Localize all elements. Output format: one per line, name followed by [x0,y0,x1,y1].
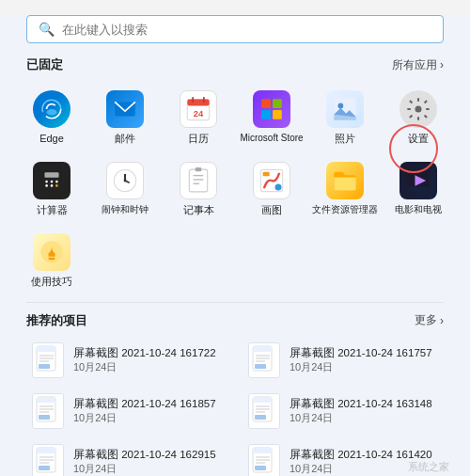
app-settings-label: 设置 [408,133,429,145]
app-calendar[interactable]: 24 日历 [162,83,235,151]
svg-rect-72 [253,448,272,453]
rec-icon-2 [32,393,64,429]
svg-point-27 [124,180,127,182]
svg-rect-9 [261,110,271,119]
media-icon [400,162,437,199]
svg-rect-60 [253,397,272,403]
app-paint-label: 画图 [261,204,282,216]
clock-icon [106,162,144,199]
rec-icon-3 [248,393,280,429]
explorer-icon [326,162,364,199]
rec-item-2[interactable]: 屏幕截图 2021-10-24 161857 10月24日 [26,388,227,435]
recommended-section: 推荐的项目 更多 › 屏幕截图 [26,312,444,476]
svg-point-15 [415,106,422,113]
mail-icon [106,90,144,128]
svg-rect-52 [255,364,266,369]
svg-rect-35 [263,172,270,177]
svg-rect-64 [255,415,266,420]
calc-icon [33,162,70,199]
rec-icon-0 [32,342,64,378]
rec-name-0: 屏幕截图 2021-10-24 161722 [73,346,222,360]
settings-icon [400,90,437,128]
app-mail[interactable]: 邮件 [88,83,162,151]
svg-rect-66 [37,448,55,453]
app-store[interactable]: Microsoft Store [235,83,308,151]
start-menu: 🔍 已固定 所有应用 › Edge [0,15,470,476]
svg-point-20 [55,181,58,183]
svg-point-12 [337,103,343,109]
app-edge-label: Edge [39,133,64,145]
app-media-label: 电影和电视 [395,204,442,215]
svg-text:24: 24 [194,109,204,119]
svg-rect-17 [44,173,58,178]
rec-item-5[interactable]: 屏幕截图 2021-10-24 161420 10月24日 [243,438,444,476]
svg-rect-28 [189,169,207,192]
recommended-header: 推荐的项目 更多 › [26,312,444,329]
app-photos[interactable]: 照片 [308,83,382,151]
rec-name-1: 屏幕截图 2021-10-24 161757 [290,346,438,360]
recommended-title: 推荐的项目 [26,312,87,329]
rec-date-0: 10月24日 [73,360,222,374]
app-tips-label: 使用技巧 [31,276,72,288]
rec-date-2: 10月24日 [73,411,222,425]
rec-name-4: 屏幕截图 2021-10-24 162915 [73,448,222,462]
rec-info-3: 屏幕截图 2021-10-24 163148 10月24日 [290,397,438,425]
svg-rect-76 [255,466,266,470]
svg-rect-38 [407,187,429,192]
rec-item-3[interactable]: 屏幕截图 2021-10-24 163148 10月24日 [243,388,444,435]
app-media[interactable]: 电影和电视 [382,154,455,222]
svg-rect-54 [37,397,55,403]
divider [26,302,444,303]
svg-point-0 [47,109,57,116]
rec-date-3: 10月24日 [290,411,438,425]
svg-point-22 [51,184,54,187]
svg-rect-42 [37,346,55,352]
pinned-apps-grid: Edge 邮件 24 日历 [15,83,455,294]
rec-item-1[interactable]: 屏幕截图 2021-10-24 161757 10月24日 [243,337,444,384]
app-explorer-label: 文件资源管理器 [312,204,378,215]
app-store-label: Microsoft Store [240,133,303,144]
rec-info-0: 屏幕截图 2021-10-24 161722 10月24日 [73,346,222,374]
paint-icon [253,162,290,199]
app-settings[interactable]: 设置 [382,83,455,151]
app-explorer[interactable]: 文件资源管理器 [308,154,382,222]
photos-icon [326,90,364,128]
rec-info-5: 屏幕截图 2021-10-24 161420 10月24日 [290,448,438,476]
search-input[interactable] [62,23,431,37]
rec-name-2: 屏幕截图 2021-10-24 161857 [73,397,222,411]
rec-icon-5 [248,444,280,476]
svg-rect-7 [261,99,271,108]
app-edge[interactable]: Edge [15,83,88,151]
rec-date-4: 10月24日 [73,462,222,476]
rec-name-3: 屏幕截图 2021-10-24 163148 [290,397,438,411]
rec-item-0[interactable]: 屏幕截图 2021-10-24 161722 10月24日 [26,337,227,384]
rec-info-4: 屏幕截图 2021-10-24 162915 10月24日 [73,448,222,476]
svg-point-21 [45,184,48,187]
rec-date-5: 10月24日 [290,462,438,476]
app-tips[interactable]: 使用技巧 [15,226,88,294]
svg-point-18 [45,181,48,183]
svg-point-23 [55,184,58,187]
svg-point-34 [275,184,282,191]
app-paint[interactable]: 画图 [235,154,308,222]
search-icon: 🔍 [39,22,55,37]
svg-rect-40 [49,258,55,260]
tips-icon [33,233,70,271]
svg-rect-70 [39,466,50,470]
app-calendar-label: 日历 [188,133,209,145]
rec-item-4[interactable]: 屏幕截图 2021-10-24 162915 10月24日 [26,438,227,476]
svg-rect-10 [273,110,282,119]
more-link[interactable]: 更多 › [415,312,444,328]
rec-icon-1 [248,342,280,378]
app-clock-label: 闹钟和时钟 [102,204,149,215]
store-icon [253,90,290,128]
app-notepad[interactable]: 记事本 [162,154,235,222]
search-bar[interactable]: 🔍 [26,15,444,43]
pinned-header: 已固定 所有应用 › [26,56,444,73]
app-clock[interactable]: 闹钟和时钟 [88,154,162,222]
all-apps-link[interactable]: 所有应用 › [392,57,444,73]
app-notepad-label: 记事本 [183,204,214,216]
rec-info-1: 屏幕截图 2021-10-24 161757 10月24日 [290,346,438,374]
svg-point-19 [51,181,54,183]
app-calc[interactable]: 计算器 [15,154,88,222]
